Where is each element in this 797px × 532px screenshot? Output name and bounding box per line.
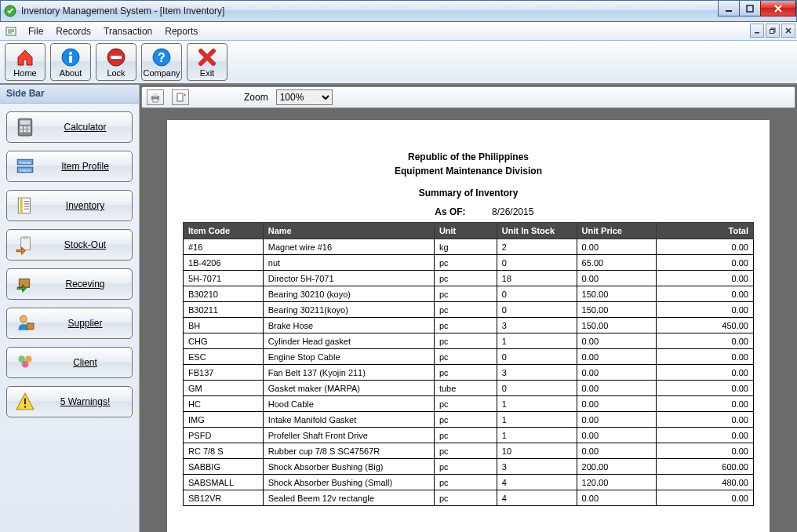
main-toolbar: Home About Lock ? Company Exit [0, 41, 797, 85]
cell-price: 150.00 [577, 286, 657, 302]
sidebar-item-stock-out[interactable]: Stock-Out [6, 229, 133, 261]
svg-rect-27 [20, 198, 23, 213]
window-controls [719, 1, 796, 16]
sidebar-item-receiving[interactable]: Receving [6, 268, 133, 300]
cell-code: IMG [184, 412, 264, 428]
minimize-button[interactable] [718, 1, 740, 16]
print-button[interactable] [147, 89, 164, 105]
menu-app-icon [5, 25, 17, 38]
cell-name: nut [263, 255, 434, 271]
cell-stock: 0 [497, 381, 577, 396]
cell-total: 0.00 [657, 349, 754, 365]
cell-code: 1B-4206 [184, 255, 264, 271]
cell-unit: kg [434, 239, 497, 255]
report-header-line1: Republic of the Philippines [183, 151, 754, 162]
cell-unit: tube [434, 381, 497, 396]
svg-rect-20 [24, 129, 26, 132]
sidebar-item-label: Calculator [46, 122, 124, 133]
cell-stock: 1 [497, 333, 577, 349]
export-button[interactable] [172, 89, 189, 105]
cell-code: B30210 [184, 286, 264, 302]
report-scroll-area[interactable]: Republic of the Philippines Equipment Ma… [140, 110, 797, 532]
menu-bar: File Records Transaction Reports [0, 22, 797, 41]
svg-point-8 [69, 52, 72, 55]
cell-total: 0.00 [657, 239, 754, 255]
cell-unit: pc [434, 443, 497, 459]
cell-code: #16 [184, 239, 264, 255]
col-unit-price: Unit Price [577, 223, 657, 239]
report-page: Republic of the Philippines Equipment Ma… [166, 119, 770, 532]
about-button[interactable]: About [50, 43, 91, 81]
sidebar-item-supplier[interactable]: Supplier [6, 308, 133, 339]
table-row: SABBIGShock Absorber Bushing (Big)pc3200… [184, 459, 754, 475]
table-row: #16Magnet wire #16kg20.000.00 [184, 239, 754, 255]
cell-total: 480.00 [657, 475, 754, 490]
exit-button[interactable]: Exit [187, 43, 227, 81]
cell-stock: 1 [497, 428, 577, 443]
menu-transaction[interactable]: Transaction [97, 24, 158, 38]
sidebar-item-label: Supplier [46, 318, 124, 329]
mdi-minimize-button[interactable] [750, 24, 764, 38]
home-button[interactable]: Home [5, 43, 45, 81]
svg-rect-15 [20, 120, 31, 124]
maximize-button[interactable] [739, 1, 761, 16]
sidebar-item-client[interactable]: Client [6, 347, 133, 378]
home-icon [15, 47, 35, 67]
svg-point-35 [22, 361, 29, 368]
menu-file[interactable]: File [22, 24, 49, 38]
cell-code: 5H-7071 [184, 271, 264, 286]
cell-name: Cylinder Head gasket [263, 333, 434, 349]
cell-price: 0.00 [577, 396, 657, 412]
exit-icon [197, 47, 217, 67]
cell-stock: 1 [497, 396, 577, 412]
cell-name: Shock Absorber Bushing (Big) [263, 459, 434, 475]
cell-stock: 18 [497, 271, 577, 286]
zoom-select[interactable]: 100% [276, 89, 333, 105]
lock-label: Lock [107, 68, 125, 78]
cell-unit: pc [434, 333, 497, 349]
table-header-row: Item Code Name Unit Unit In Stock Unit P… [184, 223, 754, 239]
sidebar-item-warnings[interactable]: 5 Warnings! [6, 386, 133, 417]
cell-code: RC 7/8 S [184, 443, 264, 459]
col-item-code: Item Code [184, 223, 264, 239]
mdi-restore-button[interactable] [766, 24, 780, 38]
mdi-controls [750, 24, 795, 38]
menu-records[interactable]: Records [49, 24, 97, 38]
table-row: 1B-4206nutpc065.000.00 [184, 255, 754, 271]
cell-stock: 10 [497, 443, 577, 459]
svg-rect-16 [20, 126, 23, 129]
close-button[interactable] [760, 1, 796, 16]
cell-price: 0.00 [577, 381, 657, 396]
cell-price: 120.00 [577, 475, 657, 490]
home-label: Home [13, 68, 36, 78]
svg-text:ITEM A: ITEM A [19, 161, 30, 165]
company-button[interactable]: ? Company [141, 43, 182, 81]
sidebar-item-calculator[interactable]: Calculator [6, 111, 133, 143]
lock-button[interactable]: Lock [96, 43, 136, 81]
menu-reports[interactable]: Reports [158, 24, 204, 38]
cell-price: 0.00 [577, 412, 657, 428]
title-bar: Inventory Management System - [Item Inve… [0, 0, 797, 22]
about-label: About [60, 68, 82, 78]
mdi-close-button[interactable] [781, 24, 795, 38]
cell-name: Brake Hose [263, 318, 434, 333]
svg-rect-18 [27, 126, 30, 129]
table-row: BHBrake Hosepc3150.00450.00 [184, 318, 754, 333]
svg-rect-36 [24, 399, 26, 405]
svg-rect-19 [20, 129, 23, 132]
sidebar-item-item-profile[interactable]: ITEM AITEM B Item Profile [6, 151, 133, 182]
table-row: 5H-7071Director 5H-7071pc180.000.00 [184, 271, 754, 286]
cell-stock: 3 [497, 318, 577, 333]
cell-stock: 4 [497, 490, 577, 506]
cell-name: Intake Manifold Gasket [263, 412, 434, 428]
svg-rect-41 [177, 93, 183, 101]
cell-code: FB137 [184, 365, 264, 381]
cell-unit: pc [434, 255, 497, 271]
table-row: FB137Fan Belt 137 (Kyojin 211)pc30.000.0… [184, 365, 754, 381]
sidebar-item-inventory[interactable]: Inventory [6, 190, 133, 221]
report-asof: As OF: 8/26/2015 [183, 206, 754, 217]
cell-name: Hood Cable [263, 396, 434, 412]
svg-rect-1 [726, 10, 732, 12]
table-row: PSFDProfeller Shaft Front Drivepc10.000.… [184, 428, 754, 443]
cell-price: 150.00 [577, 318, 657, 333]
